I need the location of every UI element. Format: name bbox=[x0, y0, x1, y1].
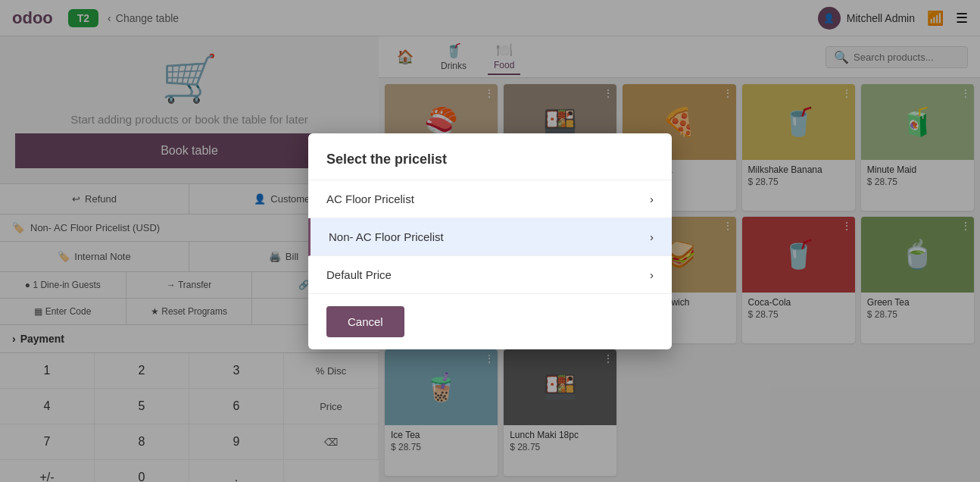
pricelist-option-ac[interactable]: AC Floor Pricelist › bbox=[308, 180, 672, 218]
pricelist-default-label: Default Price bbox=[326, 268, 392, 281]
pricelist-modal: Select the pricelist AC Floor Pricelist … bbox=[308, 133, 672, 349]
cancel-button[interactable]: Cancel bbox=[326, 306, 404, 337]
chevron-right-ac-icon: › bbox=[650, 192, 654, 205]
pricelist-nonac-label: Non- AC Floor Pricelist bbox=[329, 230, 444, 243]
pricelist-ac-label: AC Floor Pricelist bbox=[326, 192, 414, 205]
chevron-right-default-icon: › bbox=[650, 268, 654, 281]
chevron-right-nonac-icon: › bbox=[650, 230, 654, 243]
modal-title: Select the pricelist bbox=[308, 133, 672, 180]
pricelist-overlay: Select the pricelist AC Floor Pricelist … bbox=[0, 0, 980, 482]
modal-footer: Cancel bbox=[308, 294, 672, 349]
pricelist-option-nonac[interactable]: Non- AC Floor Pricelist › bbox=[308, 218, 672, 256]
pricelist-option-default[interactable]: Default Price › bbox=[308, 256, 672, 294]
